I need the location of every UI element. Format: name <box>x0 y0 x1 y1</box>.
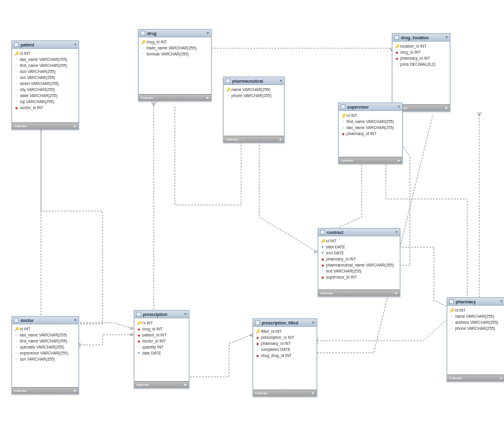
expand-icon[interactable]: ▸ <box>74 388 77 393</box>
expand-icon[interactable]: ▸ <box>395 291 398 295</box>
table-header[interactable]: pharmacy▾ <box>447 298 504 306</box>
column-row[interactable]: ◆supervisor_id INT <box>318 274 400 280</box>
table-header[interactable]: patient▾ <box>12 41 78 49</box>
column-row[interactable]: ◆pharmacy_id INT <box>318 256 400 262</box>
column-row[interactable]: ○ssn VARCHAR(255) <box>12 74 78 80</box>
column-row[interactable]: 🔑id INT <box>12 50 78 56</box>
column-row[interactable]: 🔑location_id INT <box>392 43 450 49</box>
collapse-icon[interactable]: ▾ <box>280 78 282 83</box>
column-row[interactable]: ◆drug_id INT <box>392 49 450 55</box>
column-row[interactable]: ○last_name VARCHAR(255) <box>12 56 78 62</box>
column-row[interactable]: ◆pharmaceutical_name VARCHAR(255) <box>318 262 400 268</box>
expand-icon[interactable]: ▸ <box>398 158 400 163</box>
table-header[interactable]: contract▾ <box>318 229 400 236</box>
column-row[interactable]: ◆prescription_rx INT <box>253 334 317 340</box>
expand-icon[interactable]: ▸ <box>184 382 187 387</box>
column-row[interactable]: ○first_name VARCHAR(255) <box>339 118 402 124</box>
table-header[interactable]: doctor▾ <box>12 317 78 324</box>
table-footer[interactable]: Indexes▸ <box>12 122 78 129</box>
table-footer[interactable]: Indexes▸ <box>134 381 189 388</box>
table-header[interactable]: prescription▾ <box>134 311 189 318</box>
column-row[interactable]: ○specialty VARCHAR(255) <box>12 344 78 350</box>
column-row[interactable]: ●end DATE <box>318 250 400 256</box>
table-drug-location[interactable]: drug_location▾🔑location_id INT◆drug_id I… <box>392 33 450 112</box>
collapse-icon[interactable]: ▾ <box>312 320 315 325</box>
table-footer[interactable]: Indexes▸ <box>339 157 402 163</box>
column-row[interactable]: ◆patient_id INT <box>134 332 189 338</box>
column-row[interactable]: ●date DATE <box>134 350 189 356</box>
column-row[interactable]: ○quantity INT <box>134 344 189 350</box>
table-pharmacy[interactable]: pharmacy▾🔑id INT○name VARCHAR(255)○addre… <box>447 297 504 382</box>
column-row[interactable]: 🔑id INT <box>318 238 400 244</box>
column-row[interactable]: ◆drug_id INT <box>134 326 189 332</box>
collapse-icon[interactable]: ▾ <box>74 318 77 323</box>
table-footer[interactable]: Indexes▸ <box>318 289 400 296</box>
column-row[interactable]: ◆drug_drug_id INT <box>253 352 317 358</box>
expand-icon[interactable]: ▸ <box>207 95 209 100</box>
column-row[interactable]: ○last_name VARCHAR(255) <box>12 332 78 338</box>
collapse-icon[interactable]: ▾ <box>500 299 503 304</box>
column-row[interactable]: ○phone VARCHAR(255) <box>447 325 504 331</box>
table-header[interactable]: supervisor▾ <box>339 103 402 111</box>
table-footer[interactable]: Indexes▸ <box>12 387 78 394</box>
expand-icon[interactable]: ▸ <box>500 376 503 380</box>
table-footer[interactable]: Indexes▸ <box>224 136 284 142</box>
collapse-icon[interactable]: ▾ <box>446 35 448 40</box>
column-row[interactable]: ○street VARCHAR(255) <box>12 80 78 86</box>
column-row[interactable]: ○dob VARCHAR(255) <box>12 68 78 74</box>
collapse-icon[interactable]: ▾ <box>395 230 398 235</box>
column-row[interactable]: ○last_name VARCHAR(255) <box>339 124 402 130</box>
column-row[interactable]: ◆pharmacy_id INT <box>253 340 317 346</box>
column-row[interactable]: 🔑id INT <box>339 112 402 118</box>
column-row[interactable]: ◆pharmacy_id INT <box>392 55 450 61</box>
column-row[interactable]: ◆pharmacy_id INT <box>339 130 402 136</box>
column-row[interactable]: 🔑rx INT <box>134 320 189 326</box>
table-header[interactable]: pharmaceutical▾ <box>224 77 284 85</box>
expand-icon[interactable]: ▸ <box>280 137 282 142</box>
column-row[interactable]: ◆doctor_id INT <box>134 338 189 344</box>
table-header[interactable]: drug_location▾ <box>392 34 450 42</box>
table-doctor[interactable]: doctor▾🔑id INT○last_name VARCHAR(255)○fi… <box>11 316 79 394</box>
column-row[interactable]: ○experience VARCHAR(255) <box>12 350 78 356</box>
column-row[interactable]: ○first_name VARCHAR(255) <box>12 62 78 68</box>
column-row[interactable]: ○trade_name VARCHAR(255) <box>139 45 211 51</box>
expand-icon[interactable]: ▸ <box>446 106 448 110</box>
column-row[interactable]: ○price DECIMAL(8,2) <box>392 61 450 67</box>
column-row[interactable]: 🔑drug_id INT <box>139 39 211 45</box>
table-patient[interactable]: patient▾🔑id INT○last_name VARCHAR(255)○f… <box>11 40 79 130</box>
expand-icon[interactable]: ▸ <box>312 391 315 396</box>
table-prescription-filled[interactable]: prescription_filled▾🔑filled_id INT◆presc… <box>253 318 317 397</box>
column-row[interactable]: ○completed DATE <box>253 346 317 352</box>
table-pharmaceutical[interactable]: pharmaceutical▾🔑name VARCHAR(255)○phone … <box>223 77 285 143</box>
column-row[interactable]: ○address VARCHAR(255) <box>447 319 504 325</box>
table-supervisor[interactable]: supervisor▾🔑id INT○first_name VARCHAR(25… <box>338 103 403 164</box>
expand-icon[interactable]: ▸ <box>74 124 77 128</box>
table-header[interactable]: prescription_filled▾ <box>253 319 317 327</box>
column-row[interactable]: 🔑id INT <box>12 326 78 332</box>
table-footer[interactable]: Indexes▸ <box>253 390 317 396</box>
column-row[interactable]: ○state VARCHAR(255) <box>12 92 78 98</box>
column-row[interactable]: ○formula VARCHAR(255) <box>139 51 211 57</box>
collapse-icon[interactable]: ▾ <box>207 31 209 36</box>
column-row[interactable]: ○text VARCHAR(255) <box>318 268 400 274</box>
table-header[interactable]: drug▾ <box>139 30 211 37</box>
table-contract[interactable]: contract▾🔑id INT●start DATE●end DATE◆pha… <box>318 228 400 297</box>
column-row[interactable]: ○first_name VARCHAR(255) <box>12 338 78 344</box>
column-row[interactable]: ○zip VARCHAR(255) <box>12 98 78 104</box>
column-row[interactable]: ○ssn VARCHAR(255) <box>12 356 78 362</box>
table-prescription[interactable]: prescription▾🔑rx INT◆drug_id INT◆patient… <box>134 310 189 388</box>
column-row[interactable]: ○phone VARCHAR(255) <box>224 92 284 98</box>
collapse-icon[interactable]: ▾ <box>398 104 400 109</box>
column-row[interactable]: ●start DATE <box>318 244 400 250</box>
column-row[interactable]: 🔑name VARCHAR(255) <box>224 86 284 92</box>
column-row[interactable]: 🔑filled_id INT <box>253 328 317 334</box>
collapse-icon[interactable]: ▾ <box>74 42 77 47</box>
collapse-icon[interactable]: ▾ <box>184 312 187 317</box>
column-row[interactable]: ○name VARCHAR(255) <box>447 313 504 319</box>
column-row[interactable]: ◆doctor_id INT <box>12 104 78 110</box>
table-footer[interactable]: Indexes▸ <box>139 94 211 101</box>
table-footer[interactable]: Indexes▸ <box>447 374 504 381</box>
table-drug[interactable]: drug▾🔑drug_id INT○trade_name VARCHAR(255… <box>138 29 212 101</box>
column-row[interactable]: 🔑id INT <box>447 307 504 313</box>
column-row[interactable]: ○city VARCHAR(255) <box>12 86 78 92</box>
